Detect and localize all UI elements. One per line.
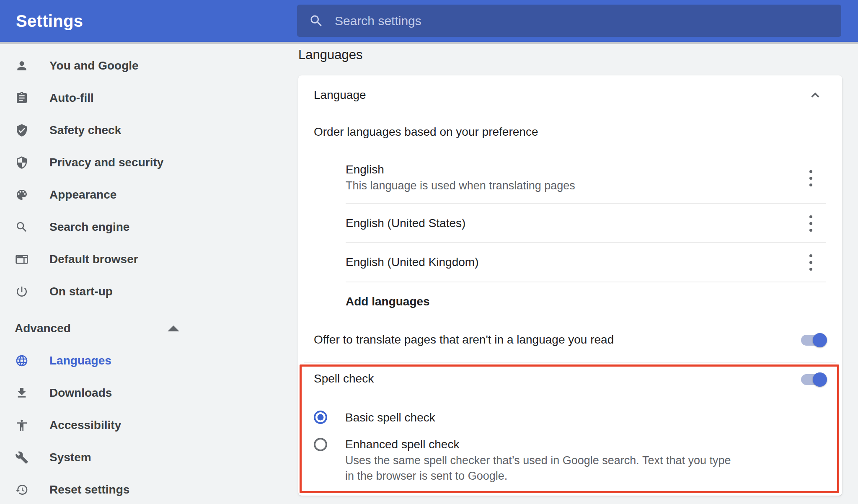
restore-clock-icon xyxy=(15,483,28,496)
basic-spell-check-label[interactable]: Basic spell check xyxy=(345,410,435,425)
enhanced-spell-check-radio[interactable] xyxy=(314,438,327,451)
download-icon xyxy=(15,386,28,400)
order-languages-label: Order languages based on your preference xyxy=(314,124,538,140)
collapse-section-button[interactable] xyxy=(808,88,823,103)
sidebar-item-accessibility[interactable]: Accessibility xyxy=(0,409,293,441)
offer-translate-toggle[interactable] xyxy=(801,335,826,346)
browser-window-icon xyxy=(15,253,28,266)
language-settings-card: Language Order languages based on your p… xyxy=(298,75,842,496)
settings-sidebar: You and Google Auto-fill Safety check Pr… xyxy=(0,44,293,504)
sidebar-item-label: Languages xyxy=(49,354,111,367)
sidebar-item-label: Accessibility xyxy=(49,419,121,432)
sidebar-item-safety-check[interactable]: Safety check xyxy=(0,114,293,146)
header-toolbar: Settings Search settings xyxy=(0,0,858,42)
chevron-up-icon xyxy=(808,88,823,103)
enhanced-spell-check-description: in the browser is sent to Google. xyxy=(345,468,507,483)
search-input[interactable]: Search settings xyxy=(297,5,841,37)
wrench-icon xyxy=(15,451,28,464)
power-icon xyxy=(15,285,28,298)
more-actions-button[interactable] xyxy=(805,168,817,189)
sidebar-item-languages[interactable]: Languages xyxy=(0,344,293,377)
sidebar-item-appearance[interactable]: Appearance xyxy=(0,178,293,211)
language-row-name: English (United States) xyxy=(346,216,465,231)
sidebar-item-system[interactable]: System xyxy=(0,441,293,473)
page-title: Languages xyxy=(298,46,362,64)
row-divider xyxy=(346,282,826,282)
clipboard-icon xyxy=(15,91,28,105)
spell-check-label: Spell check xyxy=(314,371,374,386)
sidebar-item-label: Safety check xyxy=(49,124,121,137)
more-actions-button[interactable] xyxy=(805,252,817,273)
sidebar-item-label: Reset settings xyxy=(49,483,129,496)
palette-icon xyxy=(15,188,28,202)
sidebar-item-search-engine[interactable]: Search engine xyxy=(0,211,293,243)
language-row-name: English xyxy=(346,162,384,177)
caret-up-icon xyxy=(168,326,179,331)
sidebar-item-label: You and Google xyxy=(49,59,139,72)
shield-check-icon xyxy=(15,124,28,137)
sidebar-item-label: Downloads xyxy=(49,386,112,400)
sidebar-item-reset-settings[interactable]: Reset settings xyxy=(0,473,293,504)
sidebar-item-label: Default browser xyxy=(49,253,138,266)
sidebar-item-label: Privacy and security xyxy=(49,156,163,169)
row-divider xyxy=(346,203,826,204)
globe-icon xyxy=(15,354,28,367)
sidebar-item-default-browser[interactable]: Default browser xyxy=(0,243,293,275)
search-icon xyxy=(309,13,324,28)
offer-translate-label: Offer to translate pages that aren't in … xyxy=(314,332,614,347)
section-divider xyxy=(304,362,836,363)
enhanced-spell-check-description: Uses the same spell checker that’s used … xyxy=(345,453,731,468)
spell-check-toggle[interactable] xyxy=(801,374,826,385)
app-title: Settings xyxy=(16,0,83,42)
sidebar-item-label: Search engine xyxy=(49,220,129,234)
row-divider xyxy=(346,242,826,243)
sidebar-item-auto-fill[interactable]: Auto-fill xyxy=(0,82,293,114)
toggle-knob xyxy=(813,333,827,347)
section-title-language: Language xyxy=(314,88,366,103)
sidebar-item-label: On start-up xyxy=(49,285,113,298)
accessibility-icon xyxy=(15,419,28,432)
sidebar-item-label: System xyxy=(49,451,91,464)
search-placeholder: Search settings xyxy=(335,14,421,28)
sidebar-item-privacy-and-security[interactable]: Privacy and security xyxy=(0,146,293,178)
language-row-description: This language is used when translating p… xyxy=(346,178,575,193)
advanced-label: Advanced xyxy=(15,322,71,335)
toggle-knob xyxy=(813,372,827,387)
more-actions-button[interactable] xyxy=(805,213,817,234)
person-icon xyxy=(15,59,28,72)
sidebar-item-label: Auto-fill xyxy=(49,91,94,105)
enhanced-spell-check-label[interactable]: Enhanced spell check xyxy=(345,437,459,452)
add-languages-link[interactable]: Add languages xyxy=(346,294,430,309)
basic-spell-check-radio[interactable] xyxy=(314,411,327,424)
language-row-name: English (United Kingdom) xyxy=(346,255,479,270)
search-icon xyxy=(15,220,28,234)
sidebar-item-label: Appearance xyxy=(49,188,116,202)
sidebar-advanced-toggle[interactable]: Advanced xyxy=(0,312,293,344)
shield-half-icon xyxy=(15,156,28,169)
sidebar-item-downloads[interactable]: Downloads xyxy=(0,377,293,409)
header-divider xyxy=(0,42,858,44)
sidebar-item-on-start-up[interactable]: On start-up xyxy=(0,275,293,308)
sidebar-item-you-and-google[interactable]: You and Google xyxy=(0,49,293,82)
